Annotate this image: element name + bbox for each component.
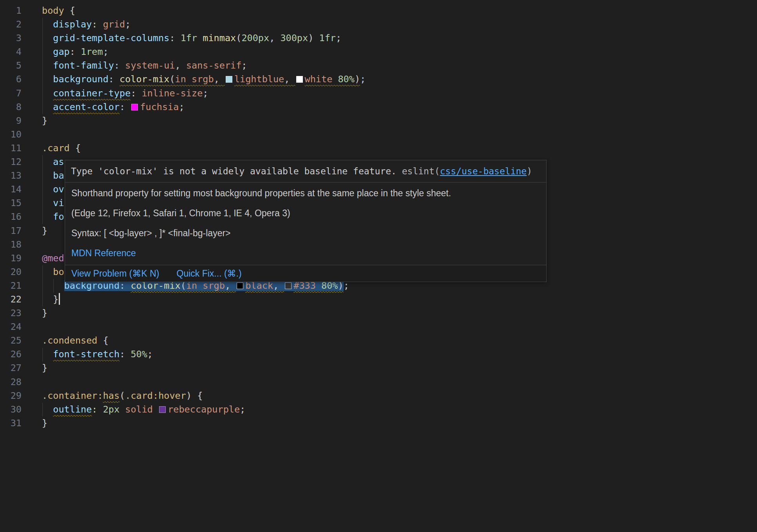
token — [42, 266, 53, 277]
token — [42, 184, 53, 195]
token: 1fr — [181, 33, 197, 43]
color-swatch[interactable] — [296, 76, 303, 83]
code-line[interactable]: 3 grid-template-columns: 1fr minmax(200p… — [0, 31, 757, 45]
token — [42, 156, 53, 167]
code-text: font-family: system-ui, sans-serif; — [42, 59, 247, 72]
code-text: font-stretch: 50%; — [42, 347, 153, 361]
token: inline-size — [142, 88, 203, 99]
token: rebeccapurple — [168, 404, 240, 415]
color-swatch[interactable] — [285, 282, 292, 289]
line-number: 1 — [0, 4, 22, 18]
token: , — [214, 74, 225, 85]
token: ; — [147, 349, 153, 360]
token: .condensed — [42, 335, 97, 346]
token: 2px — [103, 404, 120, 415]
code-line[interactable]: 9} — [0, 114, 757, 128]
code-line[interactable]: 11.card { — [0, 141, 757, 155]
line-number: 25 — [0, 334, 22, 347]
token: , — [284, 74, 295, 85]
token — [42, 280, 64, 291]
code-text: vi — [42, 196, 64, 210]
token: : — [130, 88, 141, 99]
quick-fix-action[interactable]: Quick Fix... (⌘.) — [177, 268, 242, 279]
token: fo — [53, 211, 64, 222]
code-line[interactable]: 31} — [0, 416, 757, 430]
line-number: 29 — [0, 389, 22, 403]
token: ) — [186, 390, 192, 401]
token — [120, 404, 125, 415]
mdn-reference-link[interactable]: MDN Reference — [71, 248, 136, 258]
token: } — [42, 308, 47, 318]
doc-syntax: Syntax: [ <bg-layer> , ]* <final-bg-laye… — [71, 227, 540, 239]
code-text: background: color-mix(in srgb, lightblue… — [42, 72, 366, 86]
code-text: accent-color: fuchsia; — [42, 100, 185, 114]
code-line[interactable]: 30 outline: 2px solid rebeccapurple; — [0, 403, 757, 416]
diagnostic-source-suffix: ) — [527, 166, 532, 176]
code-text: } — [42, 306, 47, 320]
code-text: } — [42, 114, 47, 128]
code-line[interactable]: 27} — [0, 361, 757, 375]
code-line[interactable]: 2 display: grid; — [0, 18, 757, 31]
line-number: 14 — [0, 183, 22, 196]
line-number: 28 — [0, 375, 22, 389]
token: : — [92, 19, 103, 30]
code-line[interactable]: 10 — [0, 128, 757, 141]
line-number: 23 — [0, 306, 22, 320]
token: lightblue — [234, 74, 284, 85]
token — [313, 33, 319, 43]
token: ) — [308, 33, 313, 43]
line-number: 13 — [0, 169, 22, 183]
color-swatch[interactable] — [159, 406, 166, 413]
code-line[interactable]: 7 container-type: inline-size; — [0, 87, 757, 100]
token: , — [269, 33, 280, 43]
line-number: 9 — [0, 114, 22, 128]
diagnostic-rule-link[interactable]: css/use-baseline — [440, 166, 527, 176]
code-line[interactable]: 8 accent-color: fuchsia; — [0, 100, 757, 114]
line-number: 18 — [0, 238, 22, 252]
code-text: @med — [42, 252, 64, 265]
color-swatch[interactable] — [237, 282, 243, 289]
code-line[interactable]: 29.container:has(.card:hover) { — [0, 389, 757, 403]
token: container-type — [53, 88, 130, 99]
token: body — [42, 5, 64, 16]
line-number: 26 — [0, 347, 22, 361]
token: { — [192, 390, 203, 401]
code-text: .card { — [42, 141, 81, 155]
code-line[interactable]: 26 font-stretch: 50%; — [0, 347, 757, 361]
token: } — [42, 362, 47, 373]
line-number: 3 — [0, 31, 22, 45]
line-number: 24 — [0, 320, 22, 334]
code-line[interactable]: 22 } — [0, 293, 757, 306]
code-line[interactable]: 23} — [0, 306, 757, 320]
token: ( — [169, 74, 175, 85]
token: font-family — [53, 60, 114, 71]
code-line[interactable]: 1body { — [0, 4, 757, 18]
code-line[interactable]: 6 background: color-mix(in srgb, lightbl… — [0, 72, 757, 86]
token: .card — [42, 143, 70, 154]
token: : — [92, 404, 103, 415]
code-line[interactable]: 5 font-family: system-ui, sans-serif; — [0, 59, 757, 72]
color-swatch[interactable] — [226, 76, 232, 83]
token: : — [120, 101, 130, 112]
color-swatch[interactable] — [131, 104, 138, 110]
token: sans-serif — [186, 60, 241, 71]
token: 80% — [338, 74, 354, 85]
token: display — [53, 19, 92, 30]
code-line[interactable]: 24 — [0, 320, 757, 334]
token: } — [42, 418, 47, 429]
token: system-ui — [125, 60, 175, 71]
code-line[interactable]: 4 gap: 1rem; — [0, 45, 757, 59]
code-text: ba — [42, 169, 64, 183]
line-number: 19 — [0, 252, 22, 265]
token: 1fr — [319, 33, 335, 43]
line-number: 11 — [0, 141, 22, 155]
code-line[interactable]: 25.condensed { — [0, 334, 757, 347]
view-problem-action[interactable]: View Problem (⌘K N) — [71, 268, 159, 279]
line-number: 2 — [0, 18, 22, 31]
token: ; — [360, 74, 366, 85]
code-editor: 1body {2 display: grid;3 grid-template-c… — [0, 0, 757, 532]
code-line[interactable]: 28 — [0, 375, 757, 389]
token: : — [169, 33, 180, 43]
token: accent-color — [53, 101, 120, 112]
code-text: } — [42, 224, 47, 238]
